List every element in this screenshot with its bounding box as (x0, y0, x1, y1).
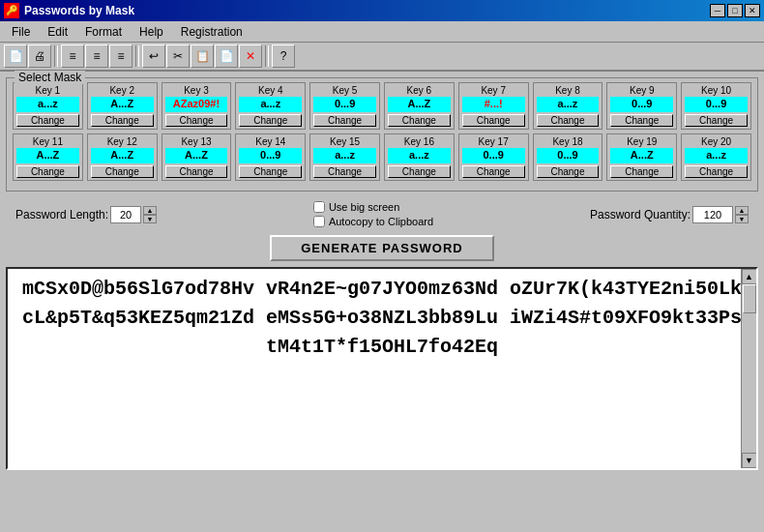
key-value-8: a...z (537, 97, 600, 112)
toolbar-help[interactable]: ? (272, 44, 295, 68)
maximize-button[interactable]: □ (727, 4, 743, 17)
key-change-button-1[interactable]: Change (16, 114, 79, 127)
key-change-button-10[interactable]: Change (685, 165, 748, 178)
key-row-2: Key 11A...ZChangeKey 12A...ZChangeKey 13… (13, 133, 751, 181)
key-cell-10: Key 20a...zChange (681, 133, 751, 181)
autocopy-label: Autocopy to Clipboard (329, 216, 433, 227)
scroll-thumb[interactable] (743, 284, 756, 313)
menu-file[interactable]: File (4, 23, 38, 41)
password-quantity-section: Password Quantity: ▲ ▼ (590, 206, 749, 223)
close-button[interactable]: ✕ (745, 4, 760, 17)
key-cell-6: Key 6A...ZChange (384, 82, 455, 130)
menu-registration[interactable]: Registration (173, 23, 250, 41)
key-value-5: 0...9 (313, 97, 376, 112)
password-quantity-down[interactable]: ▼ (735, 215, 749, 223)
password-length-input[interactable] (110, 206, 141, 223)
password-length-up[interactable]: ▲ (143, 206, 157, 215)
key-value-6: a...z (388, 148, 451, 163)
menu-help[interactable]: Help (132, 23, 171, 41)
key-change-button-1[interactable]: Change (16, 165, 79, 178)
scroll-up-button[interactable]: ▲ (742, 269, 757, 284)
toolbar-undo[interactable]: ↩ (142, 44, 165, 68)
key-change-button-5[interactable]: Change (313, 165, 376, 178)
key-label-3: Key 3 (165, 85, 228, 96)
key-value-8: 0...9 (537, 148, 600, 163)
key-change-button-7[interactable]: Change (462, 114, 525, 127)
app-icon: 🔑 (4, 3, 19, 18)
use-big-screen-label: Use big screen (329, 201, 399, 213)
key-change-button-8[interactable]: Change (537, 114, 600, 127)
key-value-4: 0...9 (239, 148, 302, 163)
key-value-7: 0...9 (462, 148, 525, 163)
key-change-button-10[interactable]: Change (685, 114, 748, 127)
key-cell-4: Key 140...9Change (235, 133, 306, 181)
key-cell-8: Key 180...9Change (533, 133, 603, 181)
toolbar-align-left[interactable]: ≡ (61, 44, 84, 68)
autocopy-checkbox[interactable] (313, 216, 325, 227)
key-change-button-4[interactable]: Change (239, 114, 302, 127)
key-change-button-4[interactable]: Change (239, 165, 302, 178)
toolbar-cut[interactable]: ✂ (166, 44, 190, 68)
use-big-screen-checkbox[interactable] (313, 201, 325, 213)
password-length-down[interactable]: ▼ (143, 215, 157, 223)
password-quantity-label: Password Quantity: (590, 208, 691, 222)
key-value-2: A...Z (91, 148, 154, 163)
key-cell-3: Key 13A...ZChange (162, 133, 232, 181)
key-change-button-2[interactable]: Change (91, 165, 154, 178)
key-label-1: Key 1 (16, 85, 79, 96)
key-label-7: Key 17 (462, 136, 525, 147)
password-quantity-up[interactable]: ▲ (735, 206, 749, 215)
key-label-8: Key 8 (537, 85, 600, 96)
key-change-button-2[interactable]: Change (91, 114, 154, 127)
key-cell-3: Key 3AZaz09#!Change (162, 82, 232, 130)
key-value-10: a...z (685, 148, 748, 163)
key-value-10: 0...9 (685, 97, 748, 112)
toolbar-delete[interactable]: ✕ (239, 44, 262, 68)
generate-button[interactable]: GENERATE PASSWORD (270, 235, 493, 261)
toolbar-align-right[interactable]: ≡ (109, 44, 132, 68)
toolbar-separator-3 (265, 45, 269, 67)
key-cell-9: Key 90...9Change (606, 82, 677, 130)
key-cell-9: Key 19A...ZChange (606, 133, 677, 181)
key-value-9: A...Z (610, 148, 673, 163)
key-change-button-6[interactable]: Change (388, 165, 451, 178)
key-change-button-3[interactable]: Change (165, 165, 228, 178)
scroll-down-button[interactable]: ▼ (742, 453, 757, 468)
key-cell-1: Key 11A...ZChange (13, 133, 83, 181)
key-change-button-9[interactable]: Change (610, 165, 673, 178)
menu-edit[interactable]: Edit (40, 23, 75, 41)
key-value-3: AZaz09#! (165, 97, 228, 112)
menu-bar: File Edit Format Help Registration (0, 21, 764, 43)
password-quantity-input[interactable] (692, 206, 733, 223)
key-change-button-3[interactable]: Change (165, 114, 228, 127)
key-cell-4: Key 4a...zChange (235, 82, 306, 130)
key-value-7: #...! (462, 97, 525, 112)
generate-row: GENERATE PASSWORD (6, 235, 758, 261)
key-label-3: Key 13 (165, 136, 228, 147)
key-change-button-7[interactable]: Change (462, 165, 525, 178)
use-big-screen-row: Use big screen (313, 201, 433, 213)
key-cell-1: Key 1a...zChange (13, 82, 83, 130)
password-length-section: Password Length: ▲ ▼ (15, 206, 157, 223)
key-cell-2: Key 2A...ZChange (87, 82, 158, 130)
key-change-button-6[interactable]: Change (388, 114, 451, 127)
password-length-label: Password Length: (15, 208, 108, 222)
key-label-6: Key 6 (388, 85, 451, 96)
toolbar-new[interactable]: 📄 (4, 44, 27, 68)
key-change-button-8[interactable]: Change (537, 165, 600, 178)
key-value-1: A...Z (16, 148, 79, 163)
toolbar-align-center[interactable]: ≡ (85, 44, 108, 68)
menu-format[interactable]: Format (77, 23, 130, 41)
key-change-button-9[interactable]: Change (610, 114, 673, 127)
minimize-button[interactable]: ─ (710, 4, 725, 17)
key-cell-2: Key 12A...ZChange (87, 133, 158, 181)
key-label-1: Key 11 (16, 136, 79, 147)
toolbar-separator-2 (135, 45, 139, 67)
options-row: Password Length: ▲ ▼ Use big screen Auto… (6, 197, 758, 231)
toolbar-copy[interactable]: 📋 (191, 44, 214, 68)
password-output: mCSx0D@b56SlG7od78Hv vR4n2E~g07JYO0mz63N… (14, 275, 750, 362)
key-label-2: Key 12 (91, 136, 154, 147)
key-change-button-5[interactable]: Change (313, 114, 376, 127)
toolbar-print[interactable]: 🖨 (28, 44, 51, 68)
toolbar-paste[interactable]: 📄 (215, 44, 238, 68)
